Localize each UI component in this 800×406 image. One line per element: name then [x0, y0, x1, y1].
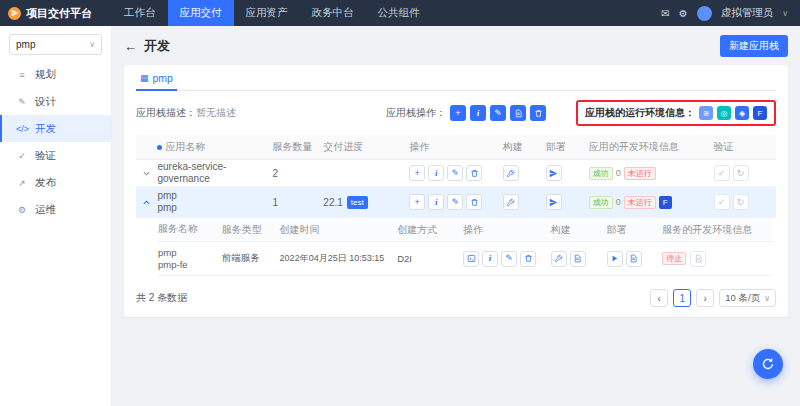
runtime-tool-2-icon[interactable]: ◎	[717, 106, 731, 120]
nav-item-public-components[interactable]: 公共组件	[366, 0, 432, 26]
next-page-button[interactable]: ›	[696, 289, 714, 307]
header-operations: 操作	[409, 140, 503, 154]
user-avatar[interactable]	[697, 6, 712, 21]
sidebar-item-verify[interactable]: ✓ 验证	[0, 142, 111, 169]
verify-check-icon[interactable]: ✓	[714, 165, 730, 181]
env-f-icon[interactable]: F	[659, 196, 672, 209]
page-size-select[interactable]: 10 条/页 ∨	[719, 289, 776, 307]
header-verify: 验证	[714, 140, 776, 154]
app-name: pmp pmp	[157, 190, 272, 215]
sidebar-item-ops[interactable]: ⚙ 运维	[0, 196, 111, 223]
pagination: ‹ 1 › 10 条/页 ∨	[650, 289, 776, 307]
sidebar-item-design[interactable]: ✎ 设计	[0, 88, 111, 115]
sidebar-item-plan[interactable]: ≡ 规划	[0, 61, 111, 88]
add-icon[interactable]: +	[450, 105, 466, 121]
stack-description: 应用栈描述：暂无描述	[136, 106, 236, 120]
nav-item-workbench[interactable]: 工作台	[112, 0, 168, 26]
new-stack-button[interactable]: 新建应用栈	[720, 35, 788, 57]
sidebar-item-label: 规划	[35, 68, 56, 82]
deploy-plane-icon[interactable]	[546, 165, 562, 181]
user-name[interactable]: 虚拟管理员	[721, 6, 774, 20]
deploy-plane-icon[interactable]	[546, 194, 562, 210]
edit-icon[interactable]: ✎	[447, 165, 463, 181]
header-deploy: 部署	[607, 223, 663, 237]
service-operations: i ✎	[463, 251, 551, 267]
header-deploy: 部署	[546, 140, 589, 154]
add-icon[interactable]: +	[409, 194, 425, 210]
deploy-cell	[546, 194, 589, 210]
info-icon[interactable]: i	[470, 105, 486, 121]
app-title: 项目交付平台	[26, 6, 92, 21]
expand-toggle[interactable]	[136, 169, 157, 178]
verify-refresh-icon[interactable]: ↻	[733, 165, 749, 181]
sidebar-menu: ≡ 规划 ✎ 设计 </> 开发 ✓ 验证 ↗ 发布 ⚙ 运维	[0, 61, 111, 223]
table-footer: 共 2 条数据 ‹ 1 › 10 条/页 ∨	[136, 289, 776, 307]
verify-cell: ✓ ↻	[714, 194, 776, 210]
collapse-toggle[interactable]	[136, 198, 157, 207]
delete-icon[interactable]	[466, 194, 482, 210]
apps-table: 应用名称 服务数量 交付进度 操作 构建 部署 应用的开发环境信息 验证 eur…	[136, 135, 776, 280]
sidebar-item-label: 验证	[35, 149, 56, 163]
deploy-play-icon[interactable]	[607, 251, 623, 267]
create-method: D2I	[397, 253, 463, 264]
page-1-button[interactable]: 1	[673, 289, 691, 307]
message-icon[interactable]: ✉	[661, 8, 669, 19]
build-wrench-icon[interactable]	[503, 165, 519, 181]
back-button[interactable]: ←	[124, 40, 137, 53]
sidebar-item-release[interactable]: ↗ 发布	[0, 169, 111, 196]
project-select[interactable]: pmp ∨	[9, 34, 102, 55]
header-dev-env: 应用的开发环境信息	[589, 140, 714, 154]
build-wrench-icon[interactable]	[551, 251, 567, 267]
document-icon[interactable]	[510, 105, 526, 121]
develop-icon: </>	[16, 124, 28, 134]
runtime-tool-4-icon[interactable]: F	[753, 106, 767, 120]
runtime-tool-3-icon[interactable]: ◈	[735, 106, 749, 120]
services-subtable: 服务名称 服务类型 创建时间 创建方式 操作 构建 部署 服务的开发环境信息 p…	[136, 218, 776, 280]
top-navbar: 项目交付平台 工作台 应用交付 应用资产 政务中台 公共组件 ✉ ⚙ 虚拟管理员…	[0, 0, 800, 26]
nav-item-gov-platform[interactable]: 政务中台	[300, 0, 366, 26]
plan-icon: ≡	[16, 70, 28, 80]
status-success-count: 0	[616, 168, 621, 178]
nav-item-app-delivery[interactable]: 应用交付	[168, 0, 234, 26]
header-service-name: 服务名称	[158, 223, 222, 236]
sidebar-item-develop[interactable]: </> 开发	[0, 115, 111, 142]
verify-check-icon[interactable]: ✓	[714, 194, 730, 210]
dev-env-cell: 成功 0 未运行	[589, 167, 714, 180]
prev-page-button[interactable]: ‹	[650, 289, 668, 307]
deploy-log-icon[interactable]	[626, 251, 642, 267]
verify-icon: ✓	[16, 151, 28, 161]
header-service-count: 服务数量	[273, 140, 324, 154]
verify-cell: ✓ ↻	[714, 165, 776, 181]
edit-icon[interactable]: ✎	[501, 251, 517, 267]
settings-gear-icon[interactable]: ⚙	[679, 8, 688, 19]
build-cell	[503, 165, 546, 181]
info-icon[interactable]: i	[428, 165, 444, 181]
build-wrench-icon[interactable]	[503, 194, 519, 210]
refresh-fab-button[interactable]	[753, 349, 783, 379]
delete-icon[interactable]	[520, 251, 536, 267]
info-icon[interactable]: i	[482, 251, 498, 267]
env-log-icon[interactable]	[690, 251, 706, 267]
app-logo[interactable]: 项目交付平台	[0, 6, 112, 21]
runtime-tool-1-icon[interactable]: ≋	[699, 106, 713, 120]
page-size-caret-icon: ∨	[764, 294, 770, 303]
navbar-right: ✉ ⚙ 虚拟管理员 ∨	[661, 6, 800, 21]
edit-icon[interactable]: ✎	[490, 105, 506, 121]
tab-pmp[interactable]: ▦ pmp	[136, 65, 177, 91]
nav-item-app-assets[interactable]: 应用资产	[234, 0, 300, 26]
runtime-env-label: 应用栈的运行环境信息：	[585, 106, 695, 120]
verify-refresh-icon[interactable]: ↻	[733, 194, 749, 210]
delete-icon[interactable]	[530, 105, 546, 121]
runtime-env-highlight: 应用栈的运行环境信息： ≋ ◎ ◈ F	[576, 100, 776, 126]
add-icon[interactable]: +	[409, 165, 425, 181]
delete-icon[interactable]	[466, 165, 482, 181]
service-name: pmp pmp-fe	[158, 247, 222, 271]
services-table-header: 服务名称 服务类型 创建时间 创建方式 操作 构建 部署 服务的开发环境信息	[158, 218, 772, 242]
service-count: 2	[273, 168, 324, 179]
edit-icon[interactable]: ✎	[447, 194, 463, 210]
terminal-icon[interactable]	[463, 251, 479, 267]
page-title: 开发	[144, 37, 170, 55]
build-log-icon[interactable]	[570, 251, 586, 267]
info-icon[interactable]: i	[428, 194, 444, 210]
status-success-badge: 成功	[589, 167, 613, 180]
